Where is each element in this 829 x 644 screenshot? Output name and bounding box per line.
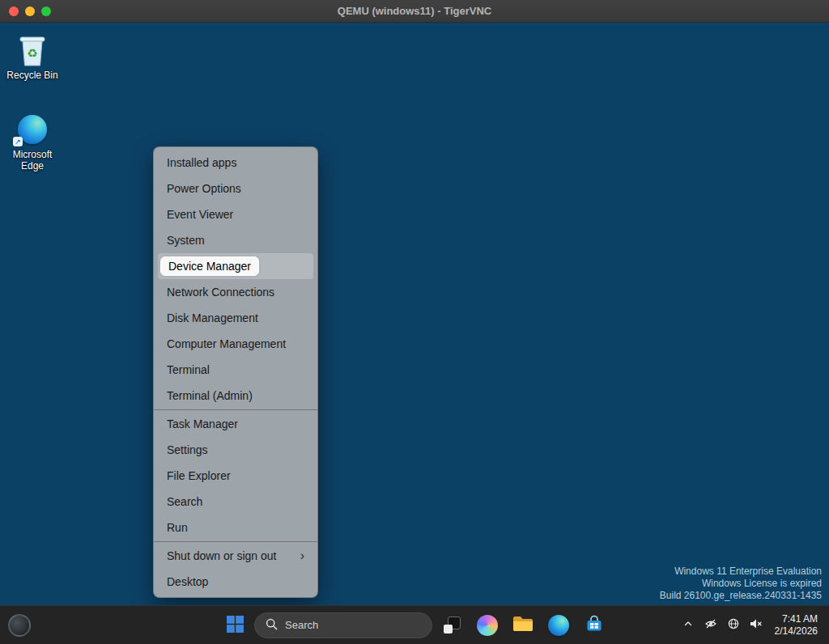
window-controls (9, 0, 51, 22)
desktop-icon-recycle-bin[interactable]: ♻ Recycle Bin (2, 32, 63, 81)
microsoft-store-button[interactable] (578, 609, 610, 642)
menu-item-installed-apps[interactable]: Installed apps (154, 150, 317, 176)
clock-date: 2/14/2026 (775, 625, 818, 638)
menu-item-label: Terminal (167, 363, 210, 376)
menu-item-run[interactable]: Run (154, 515, 317, 540)
recycle-bin-icon: ♻ (2, 32, 63, 68)
file-explorer-icon (512, 615, 534, 635)
menu-item-label: System (167, 234, 205, 247)
screen: QEMU (windows11) - TigerVNC ♻ Recycle Bi… (0, 0, 829, 644)
eye-off-icon (704, 617, 717, 633)
menu-separator (154, 409, 317, 410)
window-title: QEMU (windows11) - TigerVNC (338, 5, 491, 17)
menu-item-network-connections[interactable]: Network Connections (154, 279, 317, 305)
menu-item-computer-management[interactable]: Computer Management (154, 331, 317, 357)
menu-item-label: Task Manager (167, 417, 238, 430)
tray-network-button[interactable] (723, 609, 744, 642)
tray-volume-button[interactable] (746, 609, 767, 642)
license-watermark-line: Build 26100.ge_release.240331-1435 (660, 590, 822, 602)
close-window-button[interactable] (9, 6, 19, 16)
license-watermark: Windows 11 Enterprise Evaluation Windows… (660, 566, 822, 602)
menu-item-label: Network Connections (167, 286, 274, 299)
tray-show-hidden-icons-button[interactable] (678, 609, 699, 642)
copilot-icon (477, 615, 498, 636)
license-watermark-line: Windows License is expired (660, 578, 822, 590)
menu-item-task-manager[interactable]: Task Manager (154, 411, 317, 437)
menu-item-terminal-admin[interactable]: Terminal (Admin) (154, 383, 317, 409)
copilot-button[interactable] (471, 609, 504, 642)
file-explorer-button[interactable] (507, 609, 539, 642)
menu-item-file-explorer[interactable]: File Explorer (154, 463, 317, 489)
win-x-context-menu: Installed apps Power Options Event Viewe… (153, 146, 318, 598)
search-placeholder: Search (285, 619, 318, 631)
desktop-icon-label: Recycle Bin (2, 70, 63, 81)
menu-item-event-viewer[interactable]: Event Viewer (154, 201, 317, 227)
microsoft-store-icon (585, 614, 604, 636)
chevron-up-icon (682, 618, 694, 632)
menu-item-settings[interactable]: Settings (154, 437, 317, 463)
menu-item-label: Search (167, 495, 202, 508)
taskbar: Search (0, 605, 829, 644)
menu-item-search[interactable]: Search (154, 489, 317, 515)
volume-muted-icon (749, 617, 763, 633)
menu-item-label: Run (167, 521, 188, 534)
menu-item-label-focused: Device Manager (160, 256, 259, 276)
menu-item-label: Settings (167, 443, 208, 456)
minimize-window-button[interactable] (25, 6, 35, 16)
desktop-icon-microsoft-edge[interactable]: ↗ Microsoft Edge (2, 112, 63, 172)
task-view-icon (442, 616, 461, 635)
menu-item-label: Event Viewer (167, 208, 233, 221)
menu-item-label: Power Options (167, 182, 241, 195)
menu-item-disk-management[interactable]: Disk Management (154, 305, 317, 331)
menu-item-device-manager[interactable]: Device Manager (158, 253, 313, 279)
menu-separator (154, 541, 317, 542)
windows-logo-icon (227, 616, 244, 635)
menu-item-system[interactable]: System (154, 227, 317, 253)
menu-item-power-options[interactable]: Power Options (154, 176, 317, 201)
network-globe-icon (727, 617, 740, 633)
task-view-button[interactable] (436, 609, 468, 642)
shortcut-arrow-icon: ↗ (13, 137, 23, 146)
edge-icon (548, 615, 569, 636)
svg-text:♻: ♻ (27, 46, 37, 60)
start-button[interactable] (219, 609, 251, 642)
widgets-button[interactable] (8, 614, 31, 637)
menu-item-label: File Explorer (167, 469, 231, 482)
license-watermark-line: Windows 11 Enterprise Evaluation (660, 566, 822, 578)
zoom-window-button[interactable] (41, 6, 51, 16)
vnc-window-titlebar[interactable]: QEMU (windows11) - TigerVNC (0, 0, 829, 23)
menu-item-label: Computer Management (167, 337, 286, 350)
menu-item-label: Installed apps (167, 156, 236, 169)
edge-button[interactable] (542, 609, 575, 642)
taskbar-search-input[interactable]: Search (254, 612, 432, 638)
menu-item-label: Disk Management (167, 311, 258, 324)
edge-icon: ↗ (2, 112, 63, 147)
desktop-icon-label: Microsoft Edge (2, 149, 63, 172)
menu-item-desktop[interactable]: Desktop (154, 569, 317, 595)
menu-item-label: Terminal (Admin) (167, 389, 253, 402)
taskbar-clock[interactable]: 7:41 AM 2/14/2026 (768, 613, 826, 638)
menu-item-label: Shut down or sign out (167, 549, 276, 562)
chevron-right-icon: › (300, 549, 304, 562)
menu-item-shut-down-or-sign-out[interactable]: Shut down or sign out › (154, 543, 317, 569)
tray-privacy-button[interactable] (700, 609, 721, 642)
menu-item-label: Desktop (167, 575, 208, 588)
clock-time: 7:41 AM (775, 613, 818, 625)
menu-item-terminal[interactable]: Terminal (154, 357, 317, 383)
search-icon (266, 618, 278, 633)
